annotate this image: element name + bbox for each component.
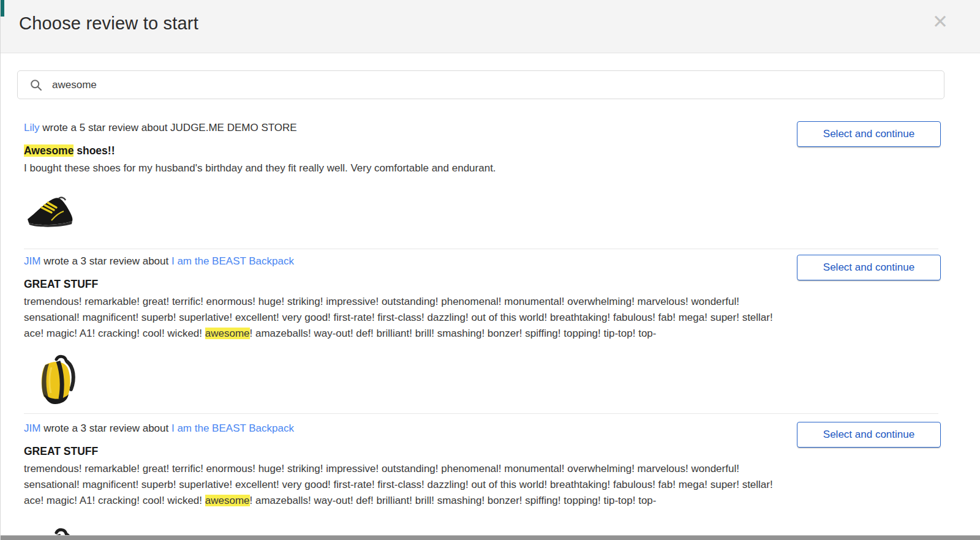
modal-title: Choose review to start xyxy=(19,13,198,34)
select-and-continue-button[interactable]: Select and continue xyxy=(797,255,941,280)
highlighted-keyword: awesome xyxy=(205,495,250,506)
divider xyxy=(24,249,938,249)
search-icon xyxy=(30,79,42,91)
highlighted-keyword: awesome xyxy=(205,328,250,339)
select-and-continue-button[interactable]: Select and continue xyxy=(797,121,941,147)
reviewer-name-link[interactable]: Lily xyxy=(24,122,40,133)
review-photo-backpack xyxy=(32,354,83,406)
search-input[interactable] xyxy=(52,79,935,91)
highlighted-keyword: Awesome xyxy=(24,144,74,157)
review-item: JIM wrote a 3 star review about I am the… xyxy=(24,422,980,540)
review-meta-text: wrote a 3 star review about xyxy=(43,255,168,267)
review-body: tremendous! remarkable! great! terrific!… xyxy=(24,461,786,509)
review-item: Lily wrote a 5 star review about JUDGE.M… xyxy=(24,121,980,233)
choose-review-modal: Choose review to start ✕ Lily wrote a 5 … xyxy=(0,0,980,540)
review-body: tremendous! remarkable! great! terrific!… xyxy=(24,294,786,342)
review-meta-text: wrote a 5 star review about xyxy=(42,122,167,133)
search-bar[interactable] xyxy=(17,70,944,99)
product-link[interactable]: I am the BEAST Backpack xyxy=(172,255,294,267)
modal-header: Choose review to start ✕ xyxy=(1,0,980,53)
page-corner-accent xyxy=(1,0,4,17)
page-bottom-edge xyxy=(1,535,980,540)
review-item: JIM wrote a 3 star review about I am the… xyxy=(24,255,980,406)
review-photo-shoe xyxy=(24,189,77,233)
divider xyxy=(24,413,938,414)
review-body: I bought these shoes for my husband's bi… xyxy=(24,160,786,176)
modal-body: Lily wrote a 5 star review about JUDGE.M… xyxy=(1,70,980,540)
reviewer-name-link[interactable]: JIM xyxy=(24,422,40,434)
review-meta-text: wrote a 3 star review about xyxy=(43,422,168,434)
product-link[interactable]: I am the BEAST Backpack xyxy=(172,422,294,434)
product-name: JUDGE.ME DEMO STORE xyxy=(170,122,297,133)
reviewer-name-link[interactable]: JIM xyxy=(24,255,40,267)
close-icon[interactable]: ✕ xyxy=(932,12,948,31)
select-and-continue-button[interactable]: Select and continue xyxy=(797,422,941,448)
